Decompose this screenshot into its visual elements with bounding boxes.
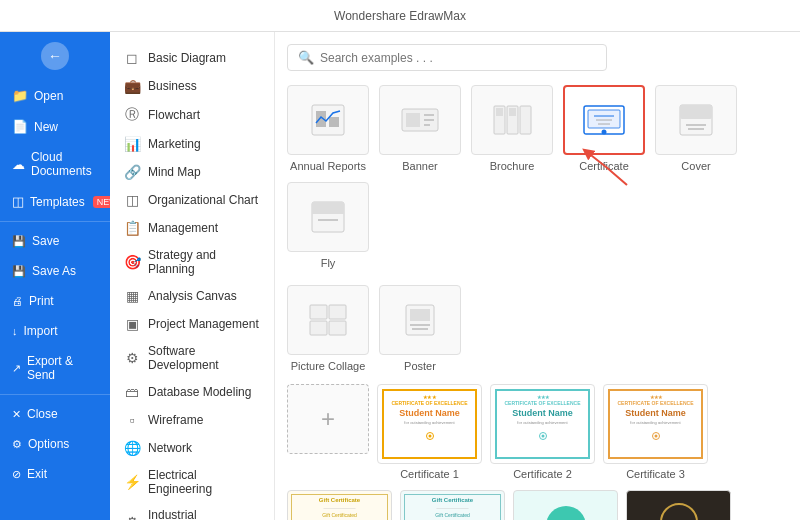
svg-rect-2 <box>329 117 339 127</box>
orgchart-icon: ◫ <box>124 192 140 208</box>
sidebar-item-save[interactable]: 💾 Save <box>0 226 110 256</box>
search-box[interactable]: 🔍 <box>287 44 607 71</box>
sidebar-item-options[interactable]: ⚙ Options <box>0 429 110 459</box>
nav-item-analysis[interactable]: ▦ Analysis Canvas <box>110 282 274 310</box>
gift-cert-4[interactable]: 75% GIFT VOUCHER <box>626 490 731 520</box>
nav-item-flowchart[interactable]: Ⓡ Flowchart <box>110 100 274 130</box>
nav-item-management[interactable]: 📋 Management <box>110 214 274 242</box>
add-new-button[interactable]: + <box>287 384 369 454</box>
sidebar-item-new[interactable]: 📄 New <box>0 111 110 142</box>
cert1-card[interactable]: ★★★ CERTIFICATE OF EXCELLENCE Student Na… <box>377 384 482 464</box>
sidebar-item-saveas[interactable]: 💾 Save As <box>0 256 110 286</box>
nav-item-strategy[interactable]: 🎯 Strategy and Planning <box>110 242 274 282</box>
cert1-label: Certificate 1 <box>400 468 459 480</box>
back-button-container: ← <box>0 32 110 80</box>
category-picture-collage[interactable]: Picture Collage <box>287 285 369 372</box>
nav-item-database[interactable]: 🗃 Database Modeling <box>110 378 274 406</box>
cert3-card[interactable]: ★★★ CERTIFICATE OF EXCELLENCE Student Na… <box>603 384 708 464</box>
mindmap-icon: 🔗 <box>124 164 140 180</box>
back-button[interactable]: ← <box>41 42 69 70</box>
category-cover[interactable]: Cover <box>655 85 737 172</box>
sidebar-item-print[interactable]: 🖨 Print <box>0 286 110 316</box>
exit-icon: ⊘ <box>12 468 21 481</box>
wireframe-icon: ▫ <box>124 412 140 428</box>
nav-item-marketing[interactable]: 📊 Marketing <box>110 130 274 158</box>
banner-card-img[interactable] <box>379 85 461 155</box>
sidebar-item-close[interactable]: ✕ Close <box>0 399 110 429</box>
cert2-card[interactable]: ★★★ CERTIFICATE OF EXCELLENCE Student Na… <box>490 384 595 464</box>
nav-item-mindmap[interactable]: 🔗 Mind Map <box>110 158 274 186</box>
cover-icon <box>676 103 716 137</box>
nav-item-software[interactable]: ⚙ Software Development <box>110 338 274 378</box>
annual-reports-icon <box>308 103 348 137</box>
nav-item-orgchart[interactable]: ◫ Organizational Chart <box>110 186 274 214</box>
new-badge: NEW <box>93 196 110 208</box>
export-icon: ↗ <box>12 362 21 375</box>
nav-item-project[interactable]: ▣ Project Management <box>110 310 274 338</box>
picture-collage-icon <box>308 303 348 337</box>
sidebar-item-exit[interactable]: ⊘ Exit <box>0 459 110 489</box>
svg-rect-29 <box>310 321 327 335</box>
template-categories-section: Annual Reports <box>287 85 788 269</box>
certificate-card-img[interactable] <box>563 85 645 155</box>
cert1-container[interactable]: ★★★ CERTIFICATE OF EXCELLENCE Student Na… <box>377 384 482 480</box>
category-banner[interactable]: Banner <box>379 85 461 172</box>
cert3-label: Certificate 3 <box>626 468 685 480</box>
svg-rect-24 <box>312 202 344 214</box>
network-icon: 🌐 <box>124 440 140 456</box>
topbar: Wondershare EdrawMax <box>0 0 800 32</box>
brochure-card-img[interactable] <box>471 85 553 155</box>
new-icon: 📄 <box>12 119 28 134</box>
cover-card-img[interactable] <box>655 85 737 155</box>
sidebar-item-export[interactable]: ↗ Export & Send <box>0 346 110 390</box>
svg-point-40 <box>654 435 657 438</box>
sidebar: ← 📁 Open 📄 New ☁ Cloud Documents ◫ Templ… <box>0 32 110 520</box>
fly-icon <box>308 200 348 234</box>
save-icon: 💾 <box>12 235 26 248</box>
gift-cert-1[interactable]: Gift Certificate ———————— Gift Certifica… <box>287 490 392 520</box>
basic-diagram-icon: ◻ <box>124 50 140 66</box>
category-brochure[interactable]: Brochure <box>471 85 553 172</box>
svg-rect-4 <box>406 113 420 127</box>
cloud-icon: ☁ <box>12 157 25 172</box>
strategy-icon: 🎯 <box>124 254 140 270</box>
flowchart-icon: Ⓡ <box>124 106 140 124</box>
nav-item-business[interactable]: 💼 Business <box>110 72 274 100</box>
picture-collage-img[interactable] <box>287 285 369 355</box>
cert3-container[interactable]: ★★★ CERTIFICATE OF EXCELLENCE Student Na… <box>603 384 708 480</box>
category-annual[interactable]: Annual Reports <box>287 85 369 172</box>
sidebar-divider-1 <box>0 221 110 222</box>
category-fly[interactable]: Fly <box>287 182 369 269</box>
svg-rect-11 <box>496 108 503 116</box>
database-icon: 🗃 <box>124 384 140 400</box>
category-certificate[interactable]: Certificate <box>563 85 645 172</box>
sidebar-item-cloud[interactable]: ☁ Cloud Documents <box>0 142 110 186</box>
nav-item-electrical[interactable]: ⚡ Electrical Engineering <box>110 462 274 502</box>
poster-img[interactable] <box>379 285 461 355</box>
poster-icon <box>400 303 440 337</box>
industrial-icon: ⚙ <box>124 514 140 520</box>
gift-cert-3[interactable]: 50% OFF <box>513 490 618 520</box>
nav-item-wireframe[interactable]: ▫ Wireframe <box>110 406 274 434</box>
sidebar-item-open[interactable]: 📁 Open <box>0 80 110 111</box>
category-poster[interactable]: Poster <box>379 285 461 372</box>
add-new-container: + <box>287 384 369 459</box>
svg-rect-20 <box>680 105 712 119</box>
search-input[interactable] <box>320 51 596 65</box>
gift-cert-2[interactable]: Gift Certificate ———————— Gift Certifica… <box>400 490 505 520</box>
sidebar-item-import[interactable]: ↓ Import <box>0 316 110 346</box>
nav-item-basic[interactable]: ◻ Basic Diagram <box>110 44 274 72</box>
search-icon: 🔍 <box>298 50 314 65</box>
electrical-icon: ⚡ <box>124 474 140 490</box>
nav-item-network[interactable]: 🌐 Network <box>110 434 274 462</box>
software-icon: ⚙ <box>124 350 140 366</box>
management-icon: 📋 <box>124 220 140 236</box>
nav-item-industrial[interactable]: ⚙ Industrial Engineering <box>110 502 274 520</box>
svg-rect-32 <box>410 309 430 321</box>
annual-reports-card-img[interactable] <box>287 85 369 155</box>
fly-card-img[interactable] <box>287 182 369 252</box>
template-categories-grid: Annual Reports <box>287 85 788 269</box>
cert2-container[interactable]: ★★★ CERTIFICATE OF EXCELLENCE Student Na… <box>490 384 595 480</box>
sidebar-item-templates[interactable]: ◫ Templates NEW <box>0 186 110 217</box>
svg-rect-14 <box>588 110 620 128</box>
